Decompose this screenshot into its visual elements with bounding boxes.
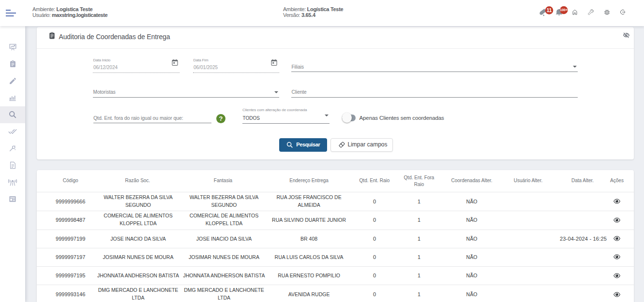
- svg-text:11: 11: [547, 8, 552, 13]
- svg-text:100+: 100+: [560, 8, 568, 12]
- svg-text:?: ?: [219, 115, 223, 122]
